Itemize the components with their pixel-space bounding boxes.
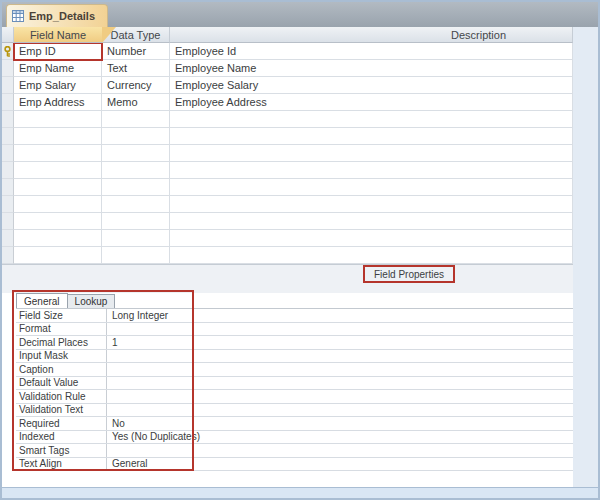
property-label[interactable]: Smart Tags — [16, 444, 107, 457]
property-label[interactable]: Field Size — [16, 309, 107, 322]
data-type-cell[interactable]: Memo — [102, 94, 170, 111]
property-value-input[interactable] — [107, 323, 573, 336]
row-selector[interactable] — [2, 94, 14, 111]
description-column-header[interactable]: Description — [170, 27, 573, 43]
field-name-cell[interactable]: Emp Salary — [14, 77, 102, 94]
data-type-cell[interactable] — [102, 145, 170, 162]
property-row: Caption — [16, 363, 573, 377]
field-row: Emp NameTextEmployee Name — [2, 60, 573, 77]
data-type-cell[interactable] — [102, 128, 170, 145]
data-type-cell[interactable] — [102, 213, 170, 230]
property-row: Format — [16, 323, 573, 337]
description-cell[interactable] — [170, 128, 573, 145]
field-name-cell[interactable]: Emp Name — [14, 60, 102, 77]
row-selector[interactable] — [2, 128, 14, 145]
property-value-input[interactable] — [107, 363, 573, 376]
description-cell[interactable]: Employee Address — [170, 94, 573, 111]
data-type-cell[interactable] — [102, 162, 170, 179]
property-label[interactable]: Input Mask — [16, 350, 107, 363]
field-grid-body: Emp IDNumberEmployee IdEmp NameTextEmplo… — [2, 43, 573, 264]
property-row: Field SizeLong Integer — [16, 309, 573, 323]
field-row: Emp IDNumberEmployee Id — [2, 43, 573, 60]
data-type-cell[interactable] — [102, 196, 170, 213]
row-selector[interactable] — [2, 111, 14, 128]
property-label[interactable]: Indexed — [16, 431, 107, 444]
row-selector[interactable] — [2, 145, 14, 162]
description-cell[interactable]: Employee Salary — [170, 77, 573, 94]
field-name-cell[interactable] — [14, 162, 102, 179]
field-name-cell[interactable] — [14, 128, 102, 145]
properties-tab-general[interactable]: General — [16, 293, 68, 308]
tab-emp-details[interactable]: Emp_Details — [6, 4, 108, 27]
row-selector[interactable] — [2, 213, 14, 230]
description-cell[interactable] — [170, 247, 573, 264]
description-cell[interactable] — [170, 213, 573, 230]
property-value-input[interactable]: No — [107, 417, 573, 430]
empty-field-row — [2, 213, 573, 230]
row-selector[interactable] — [2, 230, 14, 247]
description-cell[interactable] — [170, 179, 573, 196]
row-selector[interactable] — [2, 162, 14, 179]
field-name-cell[interactable] — [14, 196, 102, 213]
property-label[interactable]: Default Value — [16, 377, 107, 390]
data-type-cell[interactable] — [102, 179, 170, 196]
row-selector[interactable] — [2, 77, 14, 94]
field-name-cell[interactable] — [14, 179, 102, 196]
description-cell[interactable] — [170, 162, 573, 179]
right-margin — [573, 27, 598, 487]
field-grid-header-row: Field Name Data Type Description — [2, 27, 573, 43]
property-label[interactable]: Decimal Places — [16, 336, 107, 349]
property-value-input[interactable] — [107, 444, 573, 457]
field-name-cell[interactable] — [14, 230, 102, 247]
data-type-cell[interactable]: Currency — [102, 77, 170, 94]
row-selector[interactable] — [2, 196, 14, 213]
property-row: Input Mask — [16, 350, 573, 364]
row-selector-with-key[interactable] — [2, 43, 14, 60]
empty-field-row — [2, 162, 573, 179]
description-cell[interactable] — [170, 111, 573, 128]
description-cell[interactable] — [170, 196, 573, 213]
field-name-cell[interactable] — [14, 247, 102, 264]
properties-tab-lookup[interactable]: Lookup — [68, 294, 116, 308]
empty-field-row — [2, 179, 573, 196]
data-type-cell[interactable]: Text — [102, 60, 170, 77]
property-value-input[interactable] — [107, 404, 573, 417]
property-value-input[interactable]: General — [107, 458, 573, 471]
description-cell[interactable]: Employee Name — [170, 60, 573, 77]
field-name-cell[interactable] — [14, 145, 102, 162]
property-value-input[interactable]: 1 — [107, 336, 573, 349]
empty-field-row — [2, 247, 573, 264]
property-row: Text AlignGeneral — [16, 458, 573, 472]
row-selector[interactable] — [2, 179, 14, 196]
field-name-cell[interactable] — [14, 111, 102, 128]
property-value-input[interactable] — [107, 350, 573, 363]
property-value-input[interactable] — [107, 390, 573, 403]
field-name-cell[interactable]: Emp Address — [14, 94, 102, 111]
row-selector[interactable] — [2, 247, 14, 264]
property-label[interactable]: Caption — [16, 363, 107, 376]
pane-divider[interactable] — [2, 264, 573, 293]
description-cell[interactable] — [170, 145, 573, 162]
data-type-cell[interactable]: Number — [102, 43, 170, 60]
field-properties-label: Field Properties — [363, 265, 455, 283]
property-value-input[interactable]: Yes (No Duplicates) — [107, 431, 573, 444]
empty-field-row — [2, 230, 573, 247]
data-type-cell[interactable] — [102, 247, 170, 264]
property-label[interactable]: Format — [16, 323, 107, 336]
field-name-column-header[interactable]: Field Name — [14, 27, 102, 43]
property-row: Validation Text — [16, 404, 573, 418]
data-type-cell[interactable] — [102, 111, 170, 128]
field-name-cell[interactable]: Emp ID — [14, 43, 102, 60]
field-name-cell[interactable] — [14, 213, 102, 230]
table-icon — [12, 10, 24, 22]
property-value-input[interactable]: Long Integer — [107, 309, 573, 322]
description-cell[interactable] — [170, 230, 573, 247]
property-label[interactable]: Validation Text — [16, 404, 107, 417]
row-selector[interactable] — [2, 60, 14, 77]
property-label[interactable]: Required — [16, 417, 107, 430]
data-type-cell[interactable] — [102, 230, 170, 247]
property-label[interactable]: Text Align — [16, 458, 107, 471]
description-cell[interactable]: Employee Id — [170, 43, 573, 60]
property-label[interactable]: Validation Rule — [16, 390, 107, 403]
property-value-input[interactable] — [107, 377, 573, 390]
